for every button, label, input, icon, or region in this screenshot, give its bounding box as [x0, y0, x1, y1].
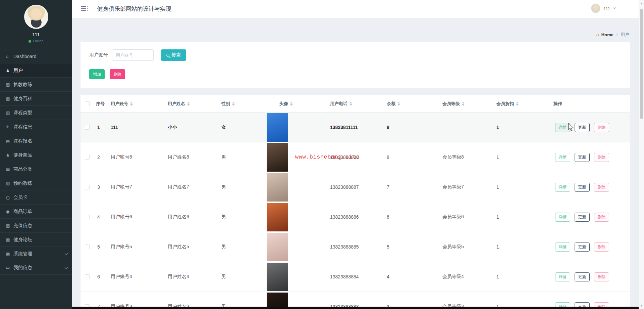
sidebar-item-执教教练[interactable]: ▦执教教练 — [0, 77, 72, 91]
column-header-会员折扣[interactable]: 会员折扣 — [496, 101, 553, 107]
search-field-label: 用户账号 — [89, 52, 108, 58]
row-checkbox[interactable] — [85, 245, 90, 249]
grid-icon: ▦ — [6, 252, 13, 256]
delete-button[interactable]: 删除 — [110, 69, 125, 79]
sidebar-item-健身论坛[interactable]: ▦健身论坛 — [0, 232, 72, 247]
row-checkbox[interactable] — [85, 274, 90, 279]
sort-icon[interactable] — [350, 102, 352, 106]
row-checkbox[interactable] — [85, 125, 90, 130]
sort-desc-icon[interactable] — [350, 104, 352, 106]
sidebar-item-充值信息[interactable]: ▦充值信息 — [0, 218, 72, 232]
breadcrumb-home[interactable]: Home — [601, 32, 613, 37]
sort-desc-icon[interactable] — [187, 104, 190, 106]
sort-desc-icon[interactable] — [130, 104, 133, 106]
sort-asc-icon[interactable] — [350, 102, 352, 103]
sort-icon[interactable] — [397, 102, 400, 106]
hamburger-menu-icon[interactable] — [81, 6, 88, 12]
update-button[interactable]: 更新 — [575, 183, 590, 192]
sidebar-item-我的信息[interactable]: ▭我的信息 — [0, 261, 72, 275]
sidebar-item-健身百科[interactable]: ▦健身百科 — [0, 91, 72, 105]
row-checkbox[interactable] — [85, 215, 90, 219]
scrollbar-thumb[interactable] — [640, 9, 643, 119]
row-checkbox[interactable] — [85, 155, 90, 160]
column-header-会员等级[interactable]: 会员等级 — [442, 101, 496, 107]
row-delete-button[interactable]: 删除 — [594, 123, 609, 132]
column-header-性别[interactable]: 性别 — [221, 101, 267, 107]
update-button[interactable]: 更新 — [575, 213, 590, 222]
cell-index: 1 — [96, 125, 111, 130]
row-delete-button[interactable]: 删除 — [594, 242, 609, 252]
sidebar-item-课程类型[interactable]: ▥课程类型 — [0, 105, 72, 120]
sidebar-item-Dashboard[interactable]: ⌂Dashboard — [0, 49, 72, 63]
sort-asc-icon[interactable] — [462, 102, 465, 103]
column-header-头像[interactable]: 头像 — [267, 101, 330, 107]
search-input[interactable] — [112, 49, 154, 61]
sort-asc-icon[interactable] — [130, 102, 133, 103]
search-button[interactable]: 搜索 — [161, 49, 186, 61]
column-header-余额[interactable]: 余额 — [387, 101, 442, 107]
scrollbar-up-arrow-icon[interactable]: ▲ — [639, 2, 644, 5]
sort-icon[interactable] — [290, 102, 293, 106]
sidebar-item-label: 健身论坛 — [13, 237, 32, 243]
cell-name: 用户姓名6 — [168, 214, 221, 220]
row-delete-button[interactable]: 删除 — [594, 153, 609, 162]
sidebar-item-用户[interactable]: ♟用户 — [0, 63, 72, 77]
update-button[interactable]: 更新 — [575, 123, 590, 132]
sort-icon[interactable] — [462, 102, 465, 106]
sort-icon[interactable] — [187, 102, 190, 106]
scrollbar-down-arrow-icon[interactable]: ▼ — [639, 304, 644, 307]
sort-desc-icon[interactable] — [462, 104, 465, 106]
detail-button[interactable]: 详情 — [555, 242, 570, 252]
column-header-用户账号[interactable]: 用户账号 — [111, 101, 168, 107]
sidebar-item-会员卡[interactable]: ▢会员卡 — [0, 190, 72, 204]
sidebar-item-课程报名[interactable]: ▤课程报名 — [0, 134, 72, 148]
update-button[interactable]: 更新 — [575, 153, 590, 162]
sidebar-item-预约教练[interactable]: ▥预约教练 — [0, 176, 72, 190]
vertical-scrollbar[interactable]: ▲ ▼ — [639, 0, 644, 309]
sort-asc-icon[interactable] — [290, 102, 293, 103]
detail-button[interactable]: 详情 — [555, 183, 570, 192]
sort-asc-icon[interactable] — [397, 102, 400, 103]
update-button[interactable]: 更新 — [575, 242, 590, 252]
detail-button[interactable]: 详情 — [555, 213, 570, 222]
sidebar-item-商品订单[interactable]: ◉商品订单 — [0, 204, 72, 218]
column-header-label: 用户电话 — [330, 101, 347, 107]
row-delete-button[interactable]: 删除 — [594, 183, 609, 192]
add-button[interactable]: 增加 — [89, 69, 105, 79]
sort-desc-icon[interactable] — [516, 104, 519, 106]
row-delete-button[interactable]: 删除 — [594, 213, 609, 222]
cell-gender: 男 — [221, 244, 267, 250]
update-button[interactable]: 更新 — [575, 272, 590, 281]
grid-icon: ▦ — [6, 167, 13, 172]
row-delete-button[interactable]: 删除 — [594, 272, 609, 281]
sort-icon[interactable] — [130, 102, 133, 106]
table-row: 3用户账号7用户姓名7男138238888877会员等级71详情更新删除 — [80, 172, 630, 202]
sort-desc-icon[interactable] — [232, 104, 235, 106]
sort-asc-icon[interactable] — [516, 102, 519, 103]
select-all-checkbox[interactable] — [85, 101, 90, 106]
users-icon: ♟ — [6, 68, 13, 73]
cell-phone: 13823888884 — [330, 274, 387, 279]
row-checkbox[interactable] — [85, 185, 90, 189]
detail-button[interactable]: 详情 — [555, 272, 570, 281]
sidebar-item-系统管理[interactable]: ▦系统管理 — [0, 247, 72, 261]
column-header-用户姓名[interactable]: 用户姓名 — [168, 101, 221, 107]
sort-icon[interactable] — [516, 102, 519, 106]
detail-button[interactable]: 详情 — [555, 123, 570, 132]
sort-desc-icon[interactable] — [290, 104, 293, 106]
row-user-avatar — [267, 113, 288, 142]
sort-asc-icon[interactable] — [187, 102, 190, 103]
column-header-用户电话[interactable]: 用户电话 — [330, 101, 387, 107]
sidebar-item-商品分类[interactable]: ▦商品分类 — [0, 162, 72, 176]
sidebar-item-课程信息[interactable]: ✈课程信息 — [0, 120, 72, 134]
online-status-label: Online — [33, 39, 44, 43]
sort-desc-icon[interactable] — [397, 104, 400, 106]
topbar-user-dropdown[interactable]: 111 — [591, 4, 615, 13]
sort-asc-icon[interactable] — [232, 102, 235, 103]
sort-icon[interactable] — [232, 102, 235, 106]
sidebar-item-label: 健身百科 — [13, 96, 32, 102]
table-row: 5用户账号5用户姓名5男138238888855会员等级51详情更新删除 — [80, 232, 630, 262]
detail-button[interactable]: 详情 — [555, 153, 570, 162]
table-header-row: 序号用户账号用户姓名性别头像用户电话余额会员等级会员折扣操作 — [80, 95, 630, 113]
sidebar-item-健身商品[interactable]: ♟健身商品 — [0, 148, 72, 162]
